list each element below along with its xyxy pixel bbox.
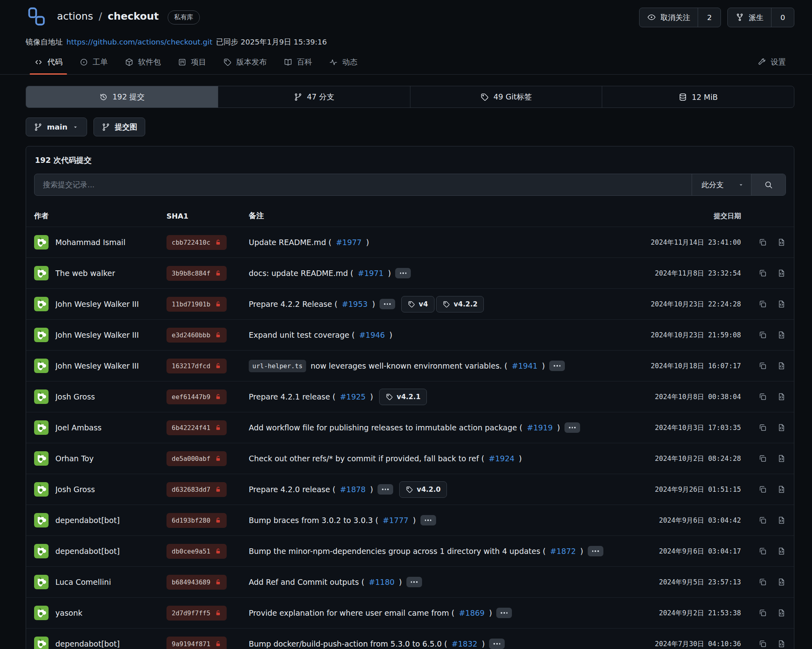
user-avatar[interactable] bbox=[34, 451, 49, 466]
pr-link[interactable]: #1832 bbox=[452, 639, 477, 648]
tab-releases[interactable]: 版本发布 bbox=[215, 51, 275, 74]
tab-packages[interactable]: 软件包 bbox=[116, 51, 169, 74]
tag-link[interactable]: v4.2.1 bbox=[379, 389, 427, 405]
browse-source-button[interactable] bbox=[777, 269, 786, 278]
browse-source-button[interactable] bbox=[777, 578, 786, 586]
mirror-url-link[interactable]: https://github.com/actions/checkout.git bbox=[67, 38, 213, 46]
commit-sha-link[interactable]: 6b42224f41 bbox=[166, 420, 227, 435]
browse-source-button[interactable] bbox=[777, 331, 786, 339]
pr-link[interactable]: #1777 bbox=[383, 516, 408, 525]
copy-sha-button[interactable] bbox=[758, 547, 767, 556]
browse-source-button[interactable] bbox=[777, 516, 786, 525]
copy-sha-button[interactable] bbox=[758, 639, 767, 648]
tab-code[interactable]: 代码 bbox=[26, 51, 71, 74]
user-avatar[interactable] bbox=[34, 544, 49, 558]
unwatch-button[interactable]: 取消关注 bbox=[639, 8, 698, 27]
expand-commit-message-button[interactable] bbox=[378, 484, 393, 495]
tab-settings[interactable]: 设置 bbox=[749, 51, 794, 74]
copy-sha-button[interactable] bbox=[758, 423, 767, 432]
user-avatar[interactable] bbox=[34, 420, 49, 435]
commit-sha-link[interactable]: d632683dd7 bbox=[166, 482, 227, 497]
browse-source-button[interactable] bbox=[777, 300, 786, 308]
user-avatar[interactable] bbox=[34, 297, 49, 311]
user-avatar[interactable] bbox=[34, 266, 49, 280]
pr-link[interactable]: #1953 bbox=[342, 300, 367, 308]
commit-sha-link[interactable]: 11bd71901b bbox=[166, 297, 227, 312]
pr-link[interactable]: #1924 bbox=[489, 454, 514, 463]
commit-sha-link[interactable]: e3d2460bbb bbox=[166, 328, 227, 343]
pr-link[interactable]: #1869 bbox=[459, 608, 485, 617]
browse-source-button[interactable] bbox=[777, 485, 786, 494]
stat-segment-3[interactable]: 12 MiB bbox=[602, 86, 794, 107]
copy-sha-button[interactable] bbox=[758, 392, 767, 401]
copy-sha-button[interactable] bbox=[758, 454, 767, 463]
browse-source-button[interactable] bbox=[777, 392, 786, 401]
stat-segment-0[interactable]: 192 提交 bbox=[26, 86, 218, 107]
browse-source-button[interactable] bbox=[777, 361, 786, 370]
user-avatar[interactable] bbox=[34, 575, 49, 589]
tab-projects[interactable]: 项目 bbox=[169, 51, 215, 74]
tag-link[interactable]: v4.2.2 bbox=[436, 296, 484, 312]
pr-link[interactable]: #1977 bbox=[336, 238, 361, 247]
user-avatar[interactable] bbox=[34, 359, 49, 373]
expand-commit-message-button[interactable] bbox=[489, 639, 505, 649]
browse-source-button[interactable] bbox=[777, 454, 786, 463]
copy-sha-button[interactable] bbox=[758, 608, 767, 617]
user-avatar[interactable] bbox=[34, 328, 49, 342]
repo-owner-link[interactable]: actions bbox=[57, 10, 93, 22]
expand-commit-message-button[interactable] bbox=[406, 577, 422, 587]
watchers-count[interactable]: 2 bbox=[698, 8, 721, 27]
tab-activity[interactable]: 动态 bbox=[321, 51, 366, 74]
copy-sha-button[interactable] bbox=[758, 300, 767, 308]
user-avatar[interactable] bbox=[34, 513, 49, 527]
copy-sha-button[interactable] bbox=[758, 578, 767, 586]
stat-segment-2[interactable]: 49 Git标签 bbox=[410, 86, 603, 107]
search-button[interactable] bbox=[751, 174, 786, 195]
user-avatar[interactable] bbox=[34, 606, 49, 620]
user-avatar[interactable] bbox=[34, 389, 49, 404]
browse-source-button[interactable] bbox=[777, 639, 786, 648]
pr-link[interactable]: #1919 bbox=[527, 423, 552, 432]
commit-search-input[interactable] bbox=[35, 174, 692, 195]
browse-source-button[interactable] bbox=[777, 423, 786, 432]
pr-link[interactable]: #1971 bbox=[358, 269, 384, 278]
browse-source-button[interactable] bbox=[777, 547, 786, 556]
pr-link[interactable]: #1180 bbox=[369, 578, 394, 586]
copy-sha-button[interactable] bbox=[758, 238, 767, 247]
copy-sha-button[interactable] bbox=[758, 361, 767, 370]
copy-sha-button[interactable] bbox=[758, 516, 767, 525]
commit-sha-link[interactable]: de5a000abf bbox=[166, 451, 227, 466]
expand-commit-message-button[interactable] bbox=[395, 268, 411, 278]
commit-sha-link[interactable]: eef61447b9 bbox=[166, 389, 227, 404]
expand-commit-message-button[interactable] bbox=[420, 515, 436, 525]
copy-sha-button[interactable] bbox=[758, 269, 767, 278]
pr-link[interactable]: #1872 bbox=[550, 547, 576, 556]
copy-sha-button[interactable] bbox=[758, 331, 767, 339]
tag-link[interactable]: v4.2.0 bbox=[399, 481, 447, 498]
expand-commit-message-button[interactable] bbox=[564, 422, 580, 433]
commit-sha-link[interactable]: 3b9b8c884f bbox=[166, 266, 227, 281]
commit-graph-button[interactable]: 提交图 bbox=[93, 118, 145, 136]
tab-issues[interactable]: 工单 bbox=[71, 51, 116, 74]
copy-sha-button[interactable] bbox=[758, 485, 767, 494]
pr-link[interactable]: #1878 bbox=[340, 485, 365, 494]
commit-sha-link[interactable]: cbb722410c bbox=[166, 235, 227, 250]
pr-link[interactable]: #1946 bbox=[359, 331, 385, 339]
browse-source-button[interactable] bbox=[777, 608, 786, 617]
commit-sha-link[interactable]: 163217dfcd bbox=[166, 359, 227, 373]
tag-link[interactable]: v4 bbox=[401, 296, 434, 312]
commit-sha-link[interactable]: 6d193bf280 bbox=[166, 513, 227, 528]
commit-sha-link[interactable]: db0cee9a51 bbox=[166, 544, 227, 559]
repo-mirror-logo-icon[interactable] bbox=[26, 6, 47, 29]
pr-link[interactable]: #1941 bbox=[512, 361, 538, 370]
browse-source-button[interactable] bbox=[777, 238, 786, 247]
commit-sha-link[interactable]: 9a9194f871 bbox=[166, 637, 227, 649]
fork-button[interactable]: 派生 bbox=[728, 8, 771, 27]
repo-name-link[interactable]: checkout bbox=[108, 10, 158, 22]
user-avatar[interactable] bbox=[34, 235, 49, 249]
tab-wiki[interactable]: 百科 bbox=[275, 51, 321, 74]
pr-link[interactable]: #1925 bbox=[340, 392, 365, 401]
branch-scope-dropdown[interactable]: 此分支 bbox=[692, 174, 751, 195]
stat-segment-1[interactable]: 47 分支 bbox=[218, 86, 410, 107]
branch-selector[interactable]: main bbox=[26, 118, 87, 136]
